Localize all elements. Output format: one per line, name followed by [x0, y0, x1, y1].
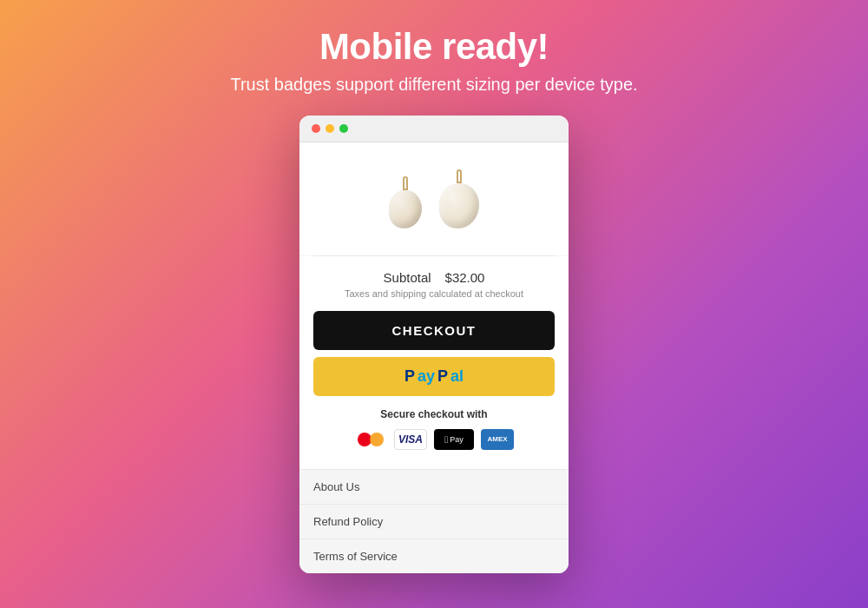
apple-icon-symbol: : [444, 434, 448, 445]
footer-link-about[interactable]: About Us: [299, 469, 569, 504]
browser-window: Subtotal $32.00 Taxes and shipping calcu…: [299, 116, 569, 573]
footer-link-terms[interactable]: Terms of Service: [299, 539, 569, 573]
paypal-button[interactable]: PayPal: [313, 357, 555, 396]
paypal-icon-p4: al: [450, 367, 464, 386]
earring-left: [389, 176, 422, 228]
payment-icons: VISA  Pay AMEX: [313, 429, 555, 450]
page-subtitle: Trust badges support different sizing pe…: [230, 75, 637, 95]
mc-circle-right: [370, 433, 384, 446]
browser-dot-yellow: [326, 124, 334, 133]
amex-icon: AMEX: [481, 429, 514, 450]
checkout-button[interactable]: CHECKOUT: [313, 311, 555, 350]
page-title: Mobile ready!: [319, 26, 549, 68]
cart-content: Subtotal $32.00 Taxes and shipping calcu…: [299, 256, 569, 469]
paypal-icon-p3: P: [437, 367, 448, 386]
subtotal-row: Subtotal $32.00: [313, 270, 555, 285]
browser-dot-red: [312, 124, 320, 133]
paypal-logo: PayPal: [404, 367, 464, 386]
paypal-icon-p1: P: [404, 367, 415, 386]
apple-pay-icon:  Pay: [434, 429, 474, 450]
earring-hook-left: [403, 176, 408, 190]
footer-links: About Us Refund Policy Terms of Service: [299, 469, 569, 573]
secure-label: Secure checkout with: [313, 408, 555, 420]
earring-hook-right: [457, 169, 462, 183]
earring-pearl-left: [389, 190, 422, 228]
product-earrings: [389, 169, 479, 228]
footer-link-refund[interactable]: Refund Policy: [299, 504, 569, 539]
visa-icon: VISA: [394, 429, 427, 450]
earring-pearl-right: [439, 183, 479, 228]
browser-dot-green: [339, 124, 348, 133]
apple-pay-text: Pay: [450, 435, 464, 444]
product-image-area: [299, 142, 569, 255]
paypal-icon-p2: ay: [418, 367, 435, 386]
mastercard-icon: [354, 429, 387, 450]
earring-right: [439, 169, 479, 228]
tax-note: Taxes and shipping calculated at checkou…: [313, 288, 555, 299]
subtotal-amount: $32.00: [445, 270, 485, 285]
browser-bar: [299, 116, 569, 142]
subtotal-label: Subtotal: [384, 270, 431, 285]
